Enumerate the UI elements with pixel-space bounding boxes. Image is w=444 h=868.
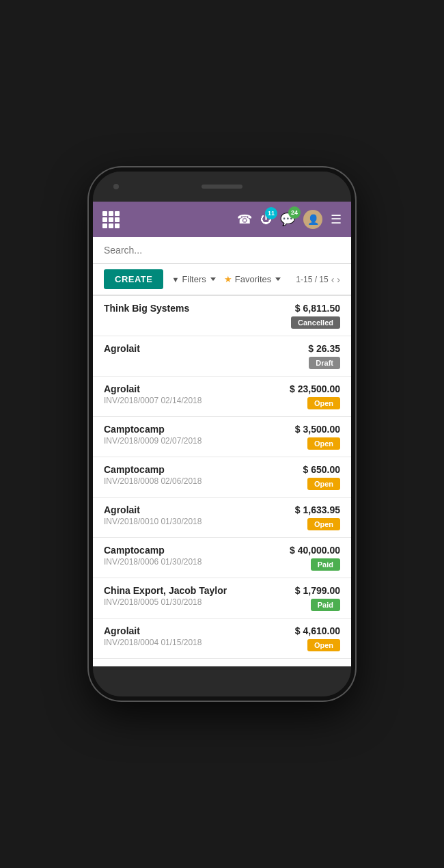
invoice-amount: $ 23,500.00: [290, 383, 340, 394]
pagination-next-button[interactable]: ›: [337, 274, 340, 285]
status-badge: Open: [307, 639, 340, 651]
hamburger-menu-icon[interactable]: ☰: [331, 212, 342, 227]
chat-icon[interactable]: 💬 24: [280, 212, 295, 227]
phone-screen: ☎ ⏻ 11 💬 24 👤 ☰ CREATE: [93, 202, 351, 666]
invoice-meta: INV/2018/0009 02/07/2018: [104, 436, 202, 446]
invoice-amount: $ 40,000.00: [290, 545, 340, 556]
invoice-right: $ 40,000.00Paid: [290, 545, 340, 571]
phone-device: ☎ ⏻ 11 💬 24 👤 ☰ CREATE: [89, 167, 355, 701]
search-input[interactable]: [104, 245, 340, 256]
filters-button[interactable]: ▼ Filters: [171, 274, 215, 284]
status-badge: Open: [307, 518, 340, 530]
invoice-company: Camptocamp: [104, 545, 202, 556]
invoice-left: Think Big Systems: [104, 303, 189, 315]
status-badge: Paid: [311, 558, 340, 571]
apps-menu-icon[interactable]: [102, 211, 120, 228]
invoice-item[interactable]: CamptocampINV/2018/0008 02/06/2018$ 650.…: [93, 457, 351, 498]
invoice-amount: $ 1,633.95: [295, 504, 340, 515]
phone-top-bar: [93, 172, 351, 202]
search-bar: [93, 237, 351, 264]
invoice-left: Agrolait: [104, 343, 140, 355]
invoice-item[interactable]: CamptocampINV/2018/0009 02/07/2018$ 3,50…: [93, 417, 351, 457]
invoice-right: $ 26.35Draft: [308, 343, 340, 369]
invoice-amount: $ 4,610.00: [295, 625, 340, 636]
invoice-item[interactable]: Think Big Systems$ 6,811.50Cancelled: [93, 296, 351, 336]
status-badge: Cancelled: [291, 316, 340, 329]
timer-icon[interactable]: ⏻ 11: [260, 213, 272, 226]
invoice-right: $ 650.00Open: [303, 464, 341, 490]
invoice-meta: INV/2018/0007 02/14/2018: [104, 396, 202, 405]
invoice-right: $ 6,811.50Cancelled: [291, 303, 340, 329]
invoice-right: $ 1,633.95Open: [295, 504, 340, 530]
invoice-item[interactable]: AgrolaitINV/2018/0010 01/30/2018$ 1,633.…: [93, 498, 351, 538]
pagination-prev-button[interactable]: ‹: [331, 274, 335, 285]
status-badge: Open: [307, 478, 340, 490]
invoice-company: Agrolait: [104, 625, 202, 636]
invoice-list: Think Big Systems$ 6,811.50CancelledAgro…: [93, 296, 351, 666]
chat-badge: 24: [288, 206, 301, 219]
invoice-company: Camptocamp: [104, 464, 202, 475]
favorites-chevron-icon: [275, 277, 281, 281]
speaker: [202, 185, 242, 189]
timer-badge: 11: [265, 207, 277, 219]
favorites-label: Favorites: [235, 274, 271, 284]
invoice-company: China Export, Jacob Taylor: [104, 585, 227, 596]
filters-label: Filters: [182, 274, 206, 284]
invoice-right: $ 1,799.00Paid: [295, 585, 340, 611]
invoice-amount: $ 3,500.00: [295, 424, 340, 435]
invoice-item[interactable]: AgrolaitINV/2018/0004 01/15/2018$ 4,610.…: [93, 619, 351, 659]
invoice-item[interactable]: Agrolait$ 26.35Draft: [93, 336, 351, 377]
invoice-amount: $ 26.35: [308, 343, 340, 354]
phone-bottom-bar: [93, 666, 351, 696]
invoice-left: AgrolaitINV/2018/0004 01/15/2018: [104, 625, 202, 647]
invoice-left: AgrolaitINV/2018/0007 02/14/2018: [104, 383, 202, 405]
pagination-text: 1-15 / 15: [296, 275, 328, 284]
invoice-left: CamptocampINV/2018/0009 02/07/2018: [104, 424, 202, 446]
status-badge: Paid: [311, 599, 340, 611]
star-icon: ★: [224, 274, 232, 284]
invoice-left: CamptocampINV/2018/0006 01/30/2018: [104, 545, 202, 567]
invoice-item[interactable]: AgrolaitINV/2018/0003 01/08/2018$ 525.00…: [93, 659, 351, 666]
invoice-left: CamptocampINV/2018/0008 02/06/2018: [104, 464, 202, 486]
create-button[interactable]: CREATE: [104, 269, 163, 289]
invoice-company: Think Big Systems: [104, 303, 189, 314]
nav-bar: ☎ ⏻ 11 💬 24 👤 ☰: [93, 202, 351, 237]
invoice-meta: INV/2018/0010 01/30/2018: [104, 517, 202, 526]
invoice-left: AgrolaitINV/2018/0010 01/30/2018: [104, 504, 202, 526]
invoice-amount: $ 6,811.50: [295, 303, 340, 314]
filter-icon: ▼: [171, 275, 179, 284]
invoice-item[interactable]: AgrolaitINV/2018/0007 02/14/2018$ 23,500…: [93, 377, 351, 417]
invoice-company: Agrolait: [104, 504, 202, 515]
avatar[interactable]: 👤: [303, 210, 322, 229]
invoice-meta: INV/2018/0005 01/30/2018: [104, 597, 227, 607]
invoice-meta: INV/2018/0004 01/15/2018: [104, 638, 202, 647]
filters-chevron-icon: [210, 277, 216, 281]
invoice-amount: $ 650.00: [303, 464, 341, 475]
invoice-amount: $ 1,799.00: [295, 585, 340, 596]
toolbar: CREATE ▼ Filters ★ Favorites 1-15 / 15 ‹…: [93, 264, 351, 296]
invoice-meta: INV/2018/0008 02/06/2018: [104, 476, 202, 486]
favorites-button[interactable]: ★ Favorites: [224, 274, 281, 284]
pagination: 1-15 / 15 ‹ ›: [296, 274, 340, 285]
status-badge: Open: [307, 397, 340, 409]
invoice-left: China Export, Jacob TaylorINV/2018/0005 …: [104, 585, 227, 607]
invoice-item[interactable]: China Export, Jacob TaylorINV/2018/0005 …: [93, 578, 351, 619]
invoice-right: $ 3,500.00Open: [295, 424, 340, 450]
invoice-item[interactable]: CamptocampINV/2018/0006 01/30/2018$ 40,0…: [93, 538, 351, 578]
front-camera: [113, 184, 119, 189]
invoice-meta: INV/2018/0006 01/30/2018: [104, 557, 202, 567]
status-badge: Draft: [309, 357, 340, 369]
invoice-company: Camptocamp: [104, 424, 202, 435]
invoice-company: Agrolait: [104, 343, 140, 354]
invoice-company: Agrolait: [104, 383, 202, 394]
invoice-right: $ 23,500.00Open: [290, 383, 340, 409]
status-badge: Open: [307, 437, 340, 450]
phone-icon[interactable]: ☎: [237, 212, 252, 227]
invoice-right: $ 4,610.00Open: [295, 625, 340, 651]
